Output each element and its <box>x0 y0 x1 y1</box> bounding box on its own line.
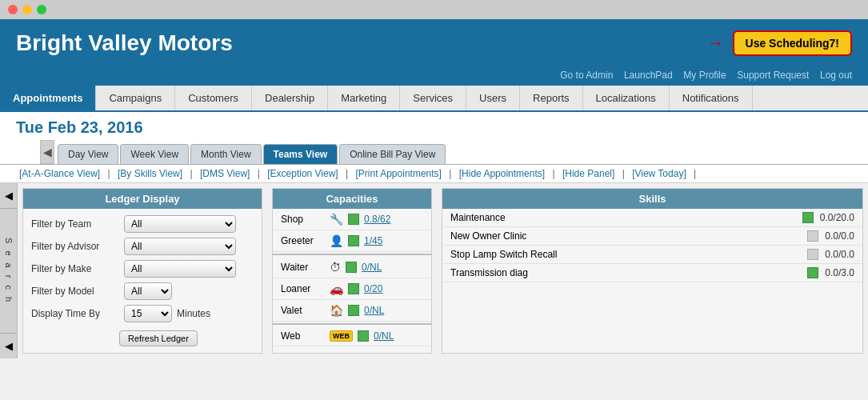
cap-greeter-indicator <box>348 235 359 246</box>
launchpad-link[interactable]: LaunchPad <box>624 70 673 81</box>
filter-advisor-row: Filter by Advisor All <box>31 238 254 255</box>
my-profile-link[interactable]: My Profile <box>683 70 726 81</box>
filter-team-select[interactable]: All <box>124 215 236 233</box>
search-sidebar: S e a r c h <box>0 209 17 333</box>
display-time-select[interactable]: 15 30 <box>124 305 172 322</box>
dms-link[interactable]: [DMS View] <box>200 168 250 179</box>
tab-week-view[interactable]: Week View <box>120 144 189 164</box>
cap-shop-indicator <box>348 214 359 225</box>
dot-yellow <box>22 5 32 14</box>
person-icon: 👤 <box>330 234 343 247</box>
nav-notifications[interactable]: Notifications <box>670 86 753 110</box>
refresh-ledger-button[interactable]: Refresh Ledger <box>119 330 198 346</box>
capacities-panel: Capacities Shop 🔧 0.8/62 Greeter 👤 1/45 … <box>272 188 432 354</box>
display-time-row: Display Time By 15 30 Minutes <box>31 305 254 322</box>
nav-reports[interactable]: Reports <box>520 86 583 110</box>
by-skills-link[interactable]: [By Skills View] <box>118 168 182 179</box>
nav-campaigns[interactable]: Campaigns <box>96 86 175 110</box>
skill-maintenance-label: Maintenance <box>450 212 796 223</box>
skill-stop-lamp-row: Stop Lamp Switch Recall 0.0/0.0 <box>442 246 862 264</box>
filter-model-select[interactable]: All <box>124 282 172 300</box>
filter-team-row: Filter by Team All <box>31 215 254 233</box>
ledger-body: Filter by Team All Filter by Advisor All… <box>23 209 262 353</box>
cap-web-row: Web WEB 0/NL <box>273 326 431 346</box>
header: Bright Valley Motors → Use Scheduling7! <box>0 19 868 67</box>
cap-valet-label: Valet <box>281 305 325 316</box>
filter-advisor-select[interactable]: All <box>124 238 236 255</box>
hide-appointments-link[interactable]: [Hide Appointments] <box>459 168 545 179</box>
cap-shop-row: Shop 🔧 0.8/62 <box>273 209 431 230</box>
nav-marketing[interactable]: Marketing <box>328 86 400 110</box>
minutes-label: Minutes <box>177 308 210 319</box>
cap-greeter-value[interactable]: 1/45 <box>364 235 382 246</box>
nav-customers[interactable]: Customers <box>175 86 252 110</box>
skill-maintenance-row: Maintenance 0.0/20.0 <box>442 209 862 227</box>
filter-make-label: Filter by Make <box>31 263 119 274</box>
print-appointments-link[interactable]: [Print Appointments] <box>356 168 442 179</box>
skill-new-owner-value: 0.0/0.0 <box>825 230 854 242</box>
cap-greeter-label: Greeter <box>281 235 325 246</box>
go-to-admin-link[interactable]: Go to Admin <box>560 70 613 81</box>
exception-link[interactable]: [Exception View] <box>267 168 338 179</box>
current-date: Tue Feb 23, 2016 <box>16 118 143 136</box>
support-request-link[interactable]: Support Request <box>737 70 809 81</box>
tab-teams-view[interactable]: Teams View <box>263 144 338 164</box>
view-today-link[interactable]: [View Today] <box>632 168 686 179</box>
cap-loaner-row: Loaner 🚗 0/20 <box>273 278 431 300</box>
scheduling-btn-wrap: → Use Scheduling7! <box>707 30 852 56</box>
hide-panel-link[interactable]: [Hide Panel] <box>562 168 614 179</box>
ledger-panel: Ledger Display Filter by Team All Filter… <box>22 188 262 354</box>
nav-users[interactable]: Users <box>466 86 520 110</box>
house-icon: 🏠 <box>330 304 343 317</box>
cap-web-indicator <box>358 330 369 342</box>
skill-transmission-value: 0.0/3.0 <box>825 267 854 278</box>
cap-divider-1 <box>273 254 431 255</box>
cap-loaner-label: Loaner <box>281 283 325 294</box>
left-panel-arrow[interactable]: ◀ <box>40 140 54 164</box>
skills-header: Skills <box>442 189 862 209</box>
nav-bar: Appointments Campaigns Customers Dealers… <box>0 86 868 112</box>
refresh-ledger-row: Refresh Ledger <box>31 327 254 346</box>
tab-day-view[interactable]: Day View <box>58 144 118 164</box>
bottom-left-arrow[interactable]: ◀ <box>0 333 17 358</box>
cap-web-value: 0/NL <box>374 330 394 342</box>
nav-services[interactable]: Services <box>400 86 466 110</box>
cap-valet-value: 0/NL <box>364 305 384 316</box>
car-icon: 🚗 <box>330 282 343 295</box>
cap-shop-label: Shop <box>281 214 325 225</box>
tab-month-view[interactable]: Month View <box>190 144 261 164</box>
skill-new-owner-indicator <box>807 230 818 242</box>
skill-stop-lamp-value: 0.0/0.0 <box>825 249 854 260</box>
skill-new-owner-label: New Owner Clinic <box>450 230 801 242</box>
view-tabs: Day View Week View Month View Teams View… <box>58 141 446 164</box>
cap-greeter-row: Greeter 👤 1/45 <box>273 230 431 252</box>
cap-web-label: Web <box>281 330 325 342</box>
main-content: ◀ S e a r c h ◀ Ledger Display Filter by… <box>0 183 868 358</box>
cap-waiter-value: 0/NL <box>362 262 382 273</box>
cap-waiter-row: Waiter ⏱ 0/NL <box>273 257 431 278</box>
sub-links-bar: [At-A-Glance View] | [By Skills View] | … <box>0 165 868 183</box>
nav-localizations[interactable]: Localizations <box>583 86 670 110</box>
filter-team-label: Filter by Team <box>31 218 119 230</box>
cap-valet-indicator <box>348 305 359 316</box>
tab-online-bill-pay-view[interactable]: Online Bill Pay View <box>339 144 446 164</box>
panels-row: Ledger Display Filter by Team All Filter… <box>18 183 868 358</box>
skill-stop-lamp-label: Stop Lamp Switch Recall <box>450 249 801 260</box>
filter-make-select[interactable]: All <box>124 260 236 278</box>
cap-valet-row: Valet 🏠 0/NL <box>273 300 431 322</box>
cap-shop-value[interactable]: 0.8/62 <box>364 214 390 225</box>
log-out-link[interactable]: Log out <box>820 70 852 81</box>
skills-panel: Skills Maintenance 0.0/20.0 New Owner Cl… <box>442 188 863 354</box>
cap-loaner-value: 0/20 <box>364 283 382 294</box>
top-left-arrow[interactable]: ◀ <box>0 183 17 209</box>
cap-divider-2 <box>273 323 431 325</box>
scheduling-button[interactable]: Use Scheduling7! <box>733 30 852 56</box>
nav-dealership[interactable]: Dealership <box>252 86 328 110</box>
cap-waiter-label: Waiter <box>281 262 325 273</box>
clock-icon: ⏱ <box>330 261 341 274</box>
dot-red <box>8 5 18 14</box>
skill-maintenance-indicator <box>802 212 814 223</box>
at-a-glance-link[interactable]: [At-A-Glance View] <box>19 168 100 179</box>
nav-appointments[interactable]: Appointments <box>0 86 96 110</box>
skill-transmission-label: Transmission diag <box>450 267 801 278</box>
